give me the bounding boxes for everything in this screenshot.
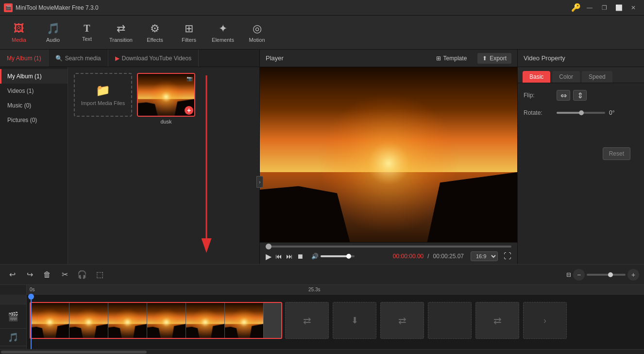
flip-vertical-button[interactable]: ⇕ [573, 90, 587, 101]
fullscreen-button[interactable]: ⛶ [504, 252, 511, 261]
elements-icon: ✦ [219, 22, 227, 35]
import-media-button[interactable]: 📁 Import Media Files [74, 73, 132, 117]
tab-my-album[interactable]: My Album (1) [0, 50, 49, 67]
clip-frame-3 [108, 303, 147, 338]
template-button[interactable]: ⊞ Template [431, 53, 472, 64]
clip-frame-5 [186, 303, 225, 338]
youtube-icon: ▶ [115, 55, 119, 62]
progress-bar[interactable] [266, 246, 511, 248]
transition-slot-6[interactable]: › [523, 302, 567, 339]
flip-horizontal-button[interactable]: ⇔ [557, 90, 570, 101]
close-button[interactable]: ✕ [627, 3, 640, 13]
toolbar-effects-label: Effects [147, 37, 163, 43]
play-button[interactable]: ▶ [266, 252, 271, 261]
tab-youtube[interactable]: ▶ Download YouTube Videos [108, 50, 199, 67]
audio-detach-button[interactable]: 🎧 [75, 268, 89, 282]
media-thumbnail[interactable]: 📷 + [137, 73, 195, 117]
stop-button[interactable]: ⏹ [297, 252, 304, 260]
minimize-button[interactable]: — [583, 3, 596, 13]
album-list: My Album (1) Videos (1) Music (0) Pictur… [0, 67, 68, 264]
prop-tab-speed[interactable]: Speed [582, 71, 612, 83]
prop-tab-color[interactable]: Color [552, 71, 580, 83]
playhead[interactable] [31, 295, 32, 349]
toolbar-media[interactable]: 🖼 Media [2, 17, 36, 48]
video-property-title: Video Property [524, 54, 565, 62]
zoom-controls: ⊟ − + [566, 269, 639, 281]
player-panel: Player ⊞ Template ⬆ Export ▶ ⏮ ⏭ ⏹ [260, 50, 518, 264]
toolbar-text[interactable]: T Text [70, 17, 104, 48]
tab-search-media[interactable]: 🔍 Search media [49, 50, 108, 67]
transition-icon-5: ⇄ [493, 315, 502, 326]
toolbar: 🖼 Media 🎵 Audio T Text ⇄ Transition ⚙ Ef… [0, 16, 644, 50]
toolbar-transition[interactable]: ⇄ Transition [104, 17, 138, 48]
cut-button[interactable]: ✂ [57, 268, 72, 282]
flip-row: Flip: ⇔ ⇕ [524, 90, 638, 101]
transition-slot-4[interactable] [428, 302, 472, 339]
aspect-ratio-select[interactable]: 16:9 9:16 1:1 4:3 [471, 251, 498, 261]
zoom-out-button[interactable]: − [573, 269, 585, 281]
zoom-in-button[interactable]: + [627, 269, 639, 281]
toolbar-filters[interactable]: ⊞ Filters [172, 17, 206, 48]
crop-button[interactable]: ⬚ [92, 268, 107, 282]
toolbar-effects[interactable]: ⚙ Effects [138, 17, 172, 48]
toolbar-elements-label: Elements [212, 37, 234, 43]
volume-slider[interactable] [321, 255, 355, 257]
media-icon: 🖼 [14, 22, 24, 35]
download-icon: ⬇ [351, 315, 358, 326]
delete-button[interactable]: 🗑 [40, 268, 54, 282]
zoom-slider[interactable] [587, 274, 626, 276]
progress-thumb[interactable] [266, 244, 271, 249]
album-item-music[interactable]: Music (0) [0, 98, 68, 113]
transition-slot-5[interactable]: ⇄ [475, 302, 519, 339]
timeline-track-labels: 🎬 🎵 [0, 285, 27, 349]
timeline-tracks: ⇄ ⬇ ⇄ ⇄ › [27, 295, 644, 349]
playhead-marker [28, 294, 34, 300]
effects-icon: ⚙ [150, 22, 160, 35]
left-panel: My Album (1) 🔍 Search media ▶ Download Y… [0, 50, 260, 264]
timeline-toolbar: ↩ ↪ 🗑 ✂ 🎧 ⬚ ⊟ − + [0, 265, 644, 285]
volume-control: 🔊 [311, 253, 355, 260]
horizontal-scrollbar[interactable] [0, 349, 644, 354]
panel-collapse-button[interactable]: › [256, 176, 263, 188]
rotate-slider[interactable] [557, 112, 605, 114]
media-tabs: My Album (1) 🔍 Search media ▶ Download Y… [0, 50, 259, 67]
player-video [260, 67, 517, 242]
timeline-content[interactable]: 0s 25.3s ⇄ [27, 285, 644, 349]
redo-button[interactable]: ↪ [22, 268, 37, 282]
track-label-audio: 🎵 [0, 329, 26, 346]
prop-tab-basic[interactable]: Basic [523, 71, 550, 83]
toolbar-audio[interactable]: 🎵 Audio [36, 17, 70, 48]
export-icon: ⬆ [482, 55, 487, 62]
video-clip[interactable] [30, 302, 282, 339]
next-frame-button[interactable]: ⏭ [286, 252, 293, 260]
clip-frame-2 [69, 303, 108, 338]
album-item-videos[interactable]: Videos (1) [0, 84, 68, 98]
transition-slot-1[interactable]: ⇄ [285, 302, 329, 339]
app-icon: 🎬 [4, 3, 13, 12]
camera-badge: 📷 [186, 76, 192, 81]
maximize-button[interactable]: ⬜ [612, 3, 626, 13]
volume-icon[interactable]: 🔊 [311, 253, 319, 260]
export-button[interactable]: ⬆ Export [477, 53, 511, 64]
toolbar-elements[interactable]: ✦ Elements [206, 17, 240, 48]
scroll-thumb[interactable] [1, 351, 147, 354]
playback-row: ▶ ⏮ ⏭ ⏹ 🔊 00:00:00.00 / 00:00:25.07 16:9… [266, 251, 511, 261]
transition-slot-2[interactable]: ⬇ [333, 302, 376, 339]
undo-button[interactable]: ↩ [5, 268, 19, 282]
property-content: Flip: ⇔ ⇕ Rotate: 0° [518, 83, 644, 264]
reset-button[interactable]: Reset [603, 147, 630, 160]
transition-icon-1: ⇄ [303, 315, 311, 326]
add-to-timeline-badge[interactable]: + [185, 106, 193, 115]
album-item-pictures[interactable]: Pictures (0) [0, 113, 68, 127]
fit-view-button[interactable]: ⊟ [566, 271, 571, 278]
restore-button[interactable]: ❐ [597, 3, 611, 13]
text-icon: T [84, 23, 90, 34]
album-item-my-album[interactable]: My Album (1) [0, 69, 68, 84]
transition-slot-3[interactable]: ⇄ [380, 302, 424, 339]
audio-track-icon: 🎵 [8, 332, 18, 343]
rotate-value: 0° [609, 109, 624, 116]
prev-frame-button[interactable]: ⏮ [275, 252, 282, 260]
toolbar-motion[interactable]: ◎ Motion [240, 17, 274, 48]
clip-frame-1 [31, 303, 69, 338]
total-time-display: 00:00:25.07 [433, 253, 464, 260]
